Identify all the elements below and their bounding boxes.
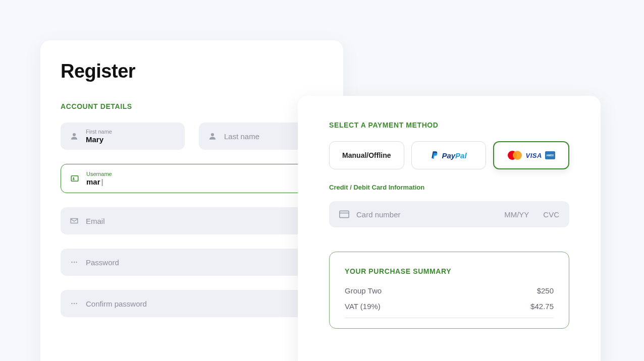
password-field[interactable]: Password <box>61 249 323 276</box>
summary-title: YOUR PURCHASE SUMMARY <box>345 267 554 275</box>
manual-label: Manual/Offline <box>342 151 391 159</box>
svg-rect-2 <box>71 176 78 182</box>
svg-point-0 <box>73 133 76 136</box>
payment-method-label: SELECT A PAYMENT METHOD <box>329 121 569 129</box>
purchase-summary: YOUR PURCHASE SUMMARY Group Two $250 VAT… <box>329 252 569 329</box>
summary-line-value: $42.75 <box>530 302 554 311</box>
summary-line-label: Group Two <box>345 286 382 295</box>
summary-line-label: VAT (19%) <box>345 302 381 311</box>
person-icon <box>70 132 79 141</box>
amex-icon: AMEX <box>545 151 555 159</box>
svg-point-7 <box>71 303 72 304</box>
payment-option-manual[interactable]: Manual/Offline <box>329 141 404 169</box>
paypal-icon <box>431 151 439 160</box>
card-number-placeholder: Card number <box>356 210 497 219</box>
mail-icon <box>70 216 79 225</box>
id-card-icon <box>70 174 79 183</box>
confirm-password-placeholder: Confirm password <box>86 299 147 308</box>
card-number-field[interactable]: Card number MM/YY CVC <box>329 201 569 227</box>
text-caret: | <box>101 177 103 186</box>
svg-rect-10 <box>340 211 349 217</box>
svg-point-1 <box>211 133 214 136</box>
payment-options: Manual/Offline PayPal VISA AMEX <box>329 141 569 169</box>
username-label: Username <box>86 171 112 177</box>
mastercard-icon <box>508 151 523 160</box>
svg-point-8 <box>74 303 75 304</box>
username-field[interactable]: Username mar| <box>61 164 323 193</box>
email-placeholder: Email <box>86 217 105 225</box>
payment-option-paypal[interactable]: PayPal <box>411 141 487 169</box>
confirm-password-field[interactable]: Confirm password <box>61 290 323 317</box>
username-value: mar <box>86 177 100 186</box>
paypal-pal-text: Pal <box>455 151 467 160</box>
svg-point-5 <box>74 262 75 263</box>
credit-card-icon <box>339 210 349 218</box>
first-name-label: First name <box>86 129 112 135</box>
svg-point-6 <box>76 262 77 263</box>
summary-line: VAT (19%) $42.75 <box>345 302 554 311</box>
paypal-pay-text: Pay <box>442 151 455 160</box>
card-info-label: Credit / Debit Card Information <box>329 184 569 191</box>
payment-card: SELECT A PAYMENT METHOD Manual/Offline P… <box>298 96 601 361</box>
visa-icon: VISA <box>526 152 542 159</box>
svg-point-9 <box>76 303 77 304</box>
svg-point-4 <box>71 262 72 263</box>
card-cvc-placeholder: CVC <box>543 210 559 219</box>
first-name-field[interactable]: First name Mary <box>61 123 185 150</box>
page-title: Register <box>61 61 323 82</box>
summary-divider <box>345 318 554 318</box>
summary-line-value: $250 <box>537 286 554 295</box>
payment-option-card[interactable]: VISA AMEX <box>493 141 569 169</box>
email-field[interactable]: Email <box>61 207 323 234</box>
password-placeholder: Password <box>86 258 119 267</box>
account-details-label: ACCOUNT DETAILS <box>61 102 323 110</box>
dots-icon <box>70 299 79 308</box>
dots-icon <box>70 258 79 267</box>
summary-line: Group Two $250 <box>345 286 554 295</box>
first-name-value: Mary <box>86 135 112 144</box>
last-name-placeholder: Last name <box>224 132 259 141</box>
card-expiry-placeholder: MM/YY <box>504 210 529 219</box>
person-icon <box>208 132 217 141</box>
svg-point-3 <box>73 177 74 179</box>
